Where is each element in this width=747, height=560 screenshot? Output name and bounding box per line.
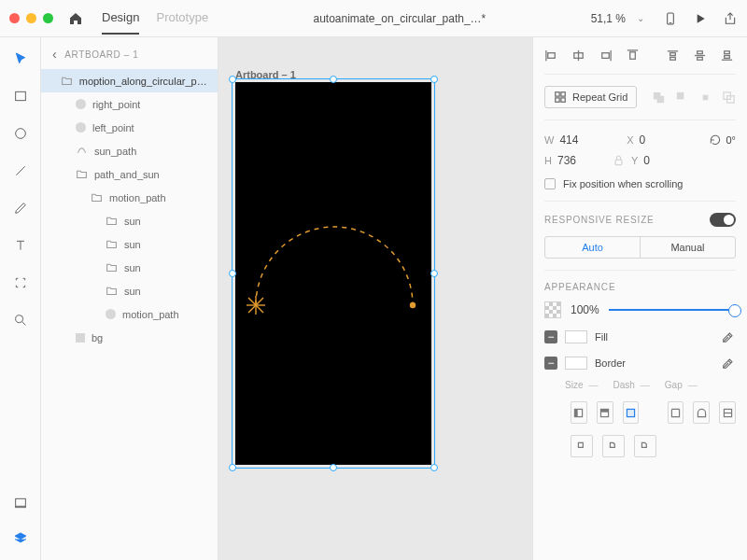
layer-row[interactable]: bg (41, 326, 218, 349)
layer-label: sun_path (94, 146, 136, 157)
distribute-top-icon[interactable] (666, 49, 680, 63)
gap-label: Gap (665, 380, 683, 390)
border-swatch[interactable] (565, 357, 587, 370)
repeat-grid-button[interactable]: Repeat Grid (544, 86, 637, 108)
union-icon[interactable] (652, 91, 666, 105)
svg-rect-19 (602, 53, 610, 59)
layer-row[interactable]: sun (41, 232, 218, 256)
join-miter-icon[interactable] (571, 435, 593, 457)
svg-rect-36 (556, 98, 559, 102)
lock-icon[interactable] (613, 154, 624, 167)
align-left-icon[interactable] (544, 49, 558, 63)
layer-row[interactable]: right_point (41, 92, 218, 116)
align-hcenter-icon[interactable] (571, 49, 585, 63)
layer-row[interactable]: sun_path (41, 139, 218, 162)
height-input[interactable] (557, 154, 591, 167)
opacity-value[interactable]: 100% (571, 303, 599, 316)
layer-row[interactable]: motion_path (41, 186, 218, 209)
rectangle-icon (76, 333, 85, 343)
assets-icon[interactable] (10, 493, 31, 513)
select-tool[interactable] (10, 49, 31, 69)
svg-point-5 (15, 315, 22, 323)
layer-row[interactable]: left_point (41, 116, 218, 139)
window-traffic-lights[interactable] (9, 13, 53, 23)
fill-remove-button[interactable]: − (544, 330, 557, 343)
line-tool[interactable] (10, 161, 31, 181)
width-input[interactable] (559, 133, 593, 147)
join-round-icon[interactable] (602, 435, 625, 457)
canvas[interactable]: Artboard – 1 (218, 37, 532, 560)
stroke-inner-icon[interactable] (571, 401, 587, 424)
folder-icon (106, 215, 118, 227)
tab-design[interactable]: Design (102, 10, 139, 35)
folder-icon (106, 285, 118, 297)
pen-tool[interactable] (10, 198, 31, 218)
intersect-icon[interactable] (698, 91, 712, 105)
border-label: Border (595, 357, 626, 369)
x-label: X (627, 134, 633, 146)
cap-square-icon[interactable] (719, 401, 736, 424)
eyedropper-icon[interactable] (721, 356, 736, 371)
opacity-slider[interactable] (609, 309, 736, 311)
ellipse-icon (76, 122, 86, 133)
back-icon[interactable]: ‹ (52, 47, 57, 62)
tool-strip (0, 37, 41, 560)
layer-label: right_point (92, 99, 140, 110)
y-input[interactable] (643, 154, 677, 167)
repeat-grid-label: Repeat Grid (572, 91, 627, 103)
responsive-resize-title: RESPONSIVE RESIZE (544, 215, 655, 225)
layer-label: moption_along_circular_pa… (79, 76, 210, 87)
layer-row[interactable]: moption_along_circular_pa… (41, 69, 218, 92)
layer-label: left_point (92, 122, 134, 133)
join-bevel-icon[interactable] (634, 435, 656, 457)
svg-rect-44 (575, 409, 578, 416)
w-label: W (544, 134, 554, 146)
layer-row[interactable]: motion_path (41, 302, 218, 326)
svg-rect-2 (15, 91, 25, 100)
layers-icon[interactable] (10, 528, 31, 549)
resize-manual[interactable]: Manual (640, 237, 735, 258)
stroke-center-icon[interactable] (597, 401, 613, 424)
artboard-tool[interactable] (10, 273, 31, 293)
zoom-control[interactable]: 51,1 % ⌄ (591, 12, 644, 25)
responsive-toggle[interactable] (710, 213, 736, 227)
home-icon[interactable] (68, 11, 83, 26)
fix-position-checkbox[interactable] (544, 178, 556, 189)
exclude-icon[interactable] (722, 91, 736, 105)
fill-swatch[interactable] (565, 330, 587, 343)
cap-round-icon[interactable] (693, 401, 710, 424)
eyedropper-icon[interactable] (721, 329, 736, 344)
distribute-bottom-icon[interactable] (720, 49, 734, 63)
layer-label: sun (124, 239, 141, 250)
border-remove-button[interactable]: − (544, 357, 557, 370)
layer-label: sun (124, 262, 141, 273)
svg-rect-23 (670, 53, 676, 56)
align-top-icon[interactable] (626, 49, 640, 63)
subtract-icon[interactable] (675, 91, 689, 105)
zoom-tool[interactable] (10, 310, 31, 330)
layer-row[interactable]: path_and_sun (41, 162, 218, 186)
resize-mode-segment[interactable]: Auto Manual (544, 236, 736, 259)
layer-row[interactable]: sun (41, 279, 218, 302)
distribute-vcenter-icon[interactable] (693, 49, 707, 63)
stroke-outer-icon[interactable] (623, 401, 640, 424)
text-tool[interactable] (10, 235, 31, 256)
play-icon[interactable] (693, 11, 708, 26)
share-icon[interactable] (723, 11, 738, 26)
layer-row[interactable]: sun (41, 256, 218, 279)
rotation-control[interactable]: 0° (709, 133, 736, 147)
svg-rect-26 (698, 51, 703, 54)
size-label: Size (565, 380, 583, 390)
layer-label: path_and_sun (94, 169, 160, 180)
ellipse-tool[interactable] (10, 123, 31, 144)
svg-rect-24 (670, 57, 676, 60)
resize-auto[interactable]: Auto (545, 237, 640, 258)
layer-row[interactable]: sun (41, 209, 218, 232)
align-right-icon[interactable] (599, 49, 613, 63)
tab-prototype[interactable]: Prototype (156, 10, 208, 35)
device-preview-icon[interactable] (663, 11, 678, 26)
x-input[interactable] (640, 133, 673, 147)
cap-butt-icon[interactable] (668, 401, 684, 424)
rectangle-tool[interactable] (10, 86, 31, 106)
svg-rect-15 (548, 53, 556, 59)
